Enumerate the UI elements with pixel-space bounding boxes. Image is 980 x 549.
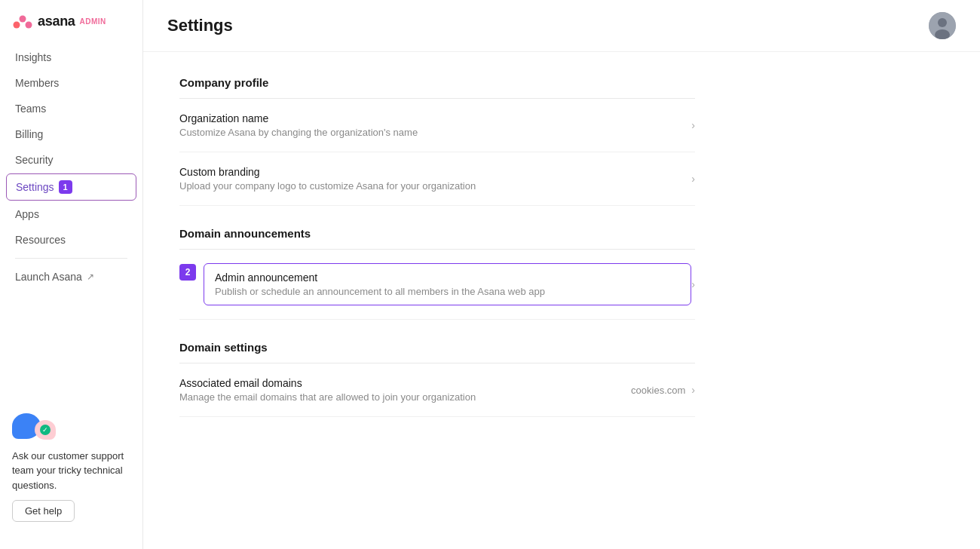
- sidebar-divider: [15, 258, 127, 259]
- top-header: Settings: [143, 0, 980, 52]
- logo-area: asana ADMIN: [0, 12, 142, 45]
- sidebar-item-insights[interactable]: Insights: [6, 45, 136, 69]
- domain-announcements-section: Domain announcements 2 Admin announcemen…: [179, 227, 695, 320]
- company-profile-heading: Company profile: [179, 76, 695, 89]
- support-text: Ask our customer support team your trick…: [12, 449, 130, 493]
- custom-branding-right: ›: [691, 173, 695, 185]
- step-badge: 2: [179, 264, 196, 281]
- sidebar-item-label: Resources: [15, 234, 66, 246]
- associated-email-domains-info: Associated email domains Manage the emai…: [179, 377, 631, 403]
- custom-branding-item[interactable]: Custom branding Upload your company logo…: [179, 152, 695, 206]
- support-section: ✓ Ask our customer support team your tri…: [0, 400, 142, 538]
- domain-settings-heading: Domain settings: [179, 341, 695, 354]
- svg-point-0: [20, 16, 26, 23]
- admin-announcement-content: Admin announcement Publish or schedule a…: [204, 263, 691, 305]
- sidebar-item-security[interactable]: Security: [6, 148, 136, 172]
- launch-asana-link[interactable]: Launch Asana ↗: [6, 265, 136, 289]
- org-name-right: ›: [691, 119, 695, 131]
- sidebar-item-label: Settings: [16, 181, 54, 193]
- sidebar-item-label: Members: [15, 77, 59, 89]
- sidebar-item-billing[interactable]: Billing: [6, 122, 136, 146]
- sidebar-item-resources[interactable]: Resources: [6, 228, 136, 252]
- page-title: Settings: [167, 16, 233, 35]
- sidebar-item-label: Billing: [15, 128, 43, 140]
- admin-announcement-title: Admin announcement: [215, 271, 680, 284]
- sidebar-item-label: Teams: [15, 103, 46, 115]
- sidebar-item-members[interactable]: Members: [6, 71, 136, 95]
- chevron-right-icon: ›: [691, 384, 695, 396]
- sidebar-nav: Insights Members Teams Billing Security …: [0, 45, 142, 400]
- org-name-info: Organization name Customize Asana by cha…: [179, 112, 691, 138]
- associated-email-domains-desc: Manage the email domains that are allowe…: [179, 391, 631, 403]
- main-content: Settings Company profile Organization na…: [143, 0, 980, 549]
- settings-content: Company profile Organization name Custom…: [143, 52, 731, 462]
- svg-point-4: [938, 18, 947, 27]
- admin-badge: ADMIN: [80, 17, 106, 26]
- custom-branding-title: Custom branding: [179, 166, 691, 178]
- check-circle-icon: ✓: [40, 425, 51, 435]
- chat-bubble-pink-icon: ✓: [35, 420, 56, 440]
- admin-announcement-desc: Publish or schedule an announcement to a…: [215, 286, 680, 297]
- admin-announcement-right: ›: [691, 278, 695, 290]
- domain-announcements-heading: Domain announcements: [179, 227, 695, 240]
- sidebar-item-settings[interactable]: Settings 1: [6, 173, 136, 201]
- settings-badge: 1: [59, 180, 72, 194]
- chevron-right-icon: ›: [691, 119, 695, 131]
- company-profile-section: Company profile Organization name Custom…: [179, 76, 695, 206]
- domain-settings-section: Domain settings Associated email domains…: [179, 341, 695, 417]
- org-name-title: Organization name: [179, 112, 691, 124]
- user-avatar[interactable]: [929, 12, 956, 39]
- domain-value: cookies.com: [631, 385, 685, 396]
- sidebar-item-label: Insights: [15, 51, 51, 63]
- svg-point-1: [14, 22, 20, 29]
- asana-logo-icon: [12, 12, 33, 30]
- associated-email-domains-title: Associated email domains: [179, 377, 631, 389]
- sidebar-item-label: Apps: [15, 208, 39, 220]
- custom-branding-desc: Upload your company logo to customize As…: [179, 180, 691, 192]
- sidebar: asana ADMIN Insights Members Teams Billi…: [0, 0, 143, 549]
- support-icons: ✓: [12, 413, 130, 440]
- external-link-icon: ↗: [87, 271, 94, 282]
- chevron-right-icon: ›: [691, 173, 695, 185]
- logo-text: asana: [38, 14, 75, 29]
- sidebar-item-apps[interactable]: Apps: [6, 202, 136, 226]
- associated-email-domains-item[interactable]: Associated email domains Manage the emai…: [179, 363, 695, 417]
- admin-announcement-item[interactable]: 2 Admin announcement Publish or schedule…: [179, 250, 695, 320]
- org-name-item[interactable]: Organization name Customize Asana by cha…: [179, 99, 695, 152]
- sidebar-item-teams[interactable]: Teams: [6, 97, 136, 121]
- custom-branding-info: Custom branding Upload your company logo…: [179, 166, 691, 192]
- svg-point-2: [26, 22, 32, 29]
- chevron-right-icon: ›: [691, 278, 695, 290]
- admin-announcement-box: 2 Admin announcement Publish or schedule…: [179, 263, 691, 305]
- associated-email-domains-right: cookies.com ›: [631, 384, 695, 396]
- sidebar-item-label: Security: [15, 154, 54, 166]
- launch-asana-label: Launch Asana: [15, 271, 82, 283]
- org-name-desc: Customize Asana by changing the organiza…: [179, 127, 691, 138]
- get-help-button[interactable]: Get help: [12, 500, 75, 522]
